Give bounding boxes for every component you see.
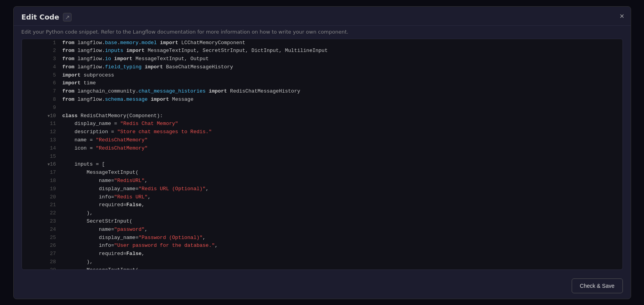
table-row: 5import subprocess (22, 71, 622, 80)
line-number: 18 (22, 177, 63, 185)
table-row: 15 (22, 153, 622, 161)
code-table: 1from langflow.base.memory.model import … (22, 39, 622, 269)
line-content: MessageTextInput( (62, 169, 622, 177)
table-row: 29 MessageTextInput( (22, 266, 622, 269)
table-row: 13 name = "RedisChatMemory" (22, 136, 622, 144)
line-content: from langflow.base.memory.model import L… (62, 39, 622, 47)
line-content: SecretStrInput( (62, 218, 622, 226)
line-content: display_name = "Redis Chat Memory" (62, 120, 622, 128)
table-row: 14 icon = "RedisChatMemory" (22, 144, 622, 153)
table-row: 18 name="RedisURL", (22, 177, 622, 185)
line-number: 20 (22, 193, 63, 202)
line-content (62, 153, 622, 161)
check-save-button[interactable]: Check & Save (572, 278, 623, 293)
line-content: name="password", (62, 226, 622, 234)
table-row: 25 display_name="Password (Optional)", (22, 234, 622, 242)
line-content: info="Redis URL", (62, 193, 622, 202)
table-row: 11 display_name = "Redis Chat Memory" (22, 120, 622, 128)
table-row: ▼16 inputs = [ (22, 161, 622, 169)
line-content: import time (62, 79, 622, 87)
line-number: 3 (22, 55, 63, 63)
modal-footer: Check & Save (14, 274, 631, 299)
modal-title: Edit Code (22, 13, 59, 21)
table-row: 24 name="password", (22, 226, 622, 234)
table-row: 23 SecretStrInput( (22, 218, 622, 226)
line-number: 6 (22, 79, 63, 87)
line-content: from langflow.field_typing import BaseCh… (62, 63, 622, 71)
line-number: 27 (22, 250, 63, 258)
line-content: required=False, (62, 201, 622, 209)
line-content (62, 104, 622, 112)
line-content: ), (62, 209, 622, 218)
table-row: 1from langflow.base.memory.model import … (22, 39, 622, 47)
modal-header: Edit Code ↗ × (14, 7, 631, 26)
line-content: class RedisChatMemory(Component): (62, 112, 622, 120)
line-number: 12 (22, 128, 63, 136)
code-editor[interactable]: 1from langflow.base.memory.model import … (22, 39, 623, 270)
table-row: 28 ), (22, 258, 622, 266)
line-number: 24 (22, 226, 63, 234)
line-content: import subprocess (62, 71, 622, 80)
table-row: ▼10class RedisChatMemory(Component): (22, 112, 622, 120)
table-row: 20 info="Redis URL", (22, 193, 622, 202)
table-row: 22 ), (22, 209, 622, 218)
table-row: 4from langflow.field_typing import BaseC… (22, 63, 622, 71)
line-number: ▼10 (22, 112, 63, 120)
line-content: inputs = [ (62, 161, 622, 169)
line-content: name="RedisURL", (62, 177, 622, 185)
line-content: from langflow.schema.message import Mess… (62, 96, 622, 104)
line-content: ), (62, 258, 622, 266)
line-number: 17 (22, 169, 63, 177)
line-content: from langchain_community.chat_message_hi… (62, 87, 622, 96)
line-number: 11 (22, 120, 63, 128)
modal-subtitle: Edit your Python code snippet. Refer to … (14, 26, 631, 39)
edit-code-modal: Edit Code ↗ × Edit your Python code snip… (13, 6, 631, 299)
line-content: icon = "RedisChatMemory" (62, 144, 622, 153)
line-content: MessageTextInput( (62, 266, 622, 269)
table-row: 27 required=False, (22, 250, 622, 258)
line-content: description = "Store chat messages to Re… (62, 128, 622, 136)
table-row: 19 display_name="Redis URL (Optional)", (22, 185, 622, 193)
table-row: 3from langflow.io import MessageTextInpu… (22, 55, 622, 63)
close-button[interactable]: × (620, 12, 624, 20)
line-number: 25 (22, 234, 63, 242)
line-number: ▼16 (22, 161, 63, 169)
line-content: required=False, (62, 250, 622, 258)
line-number: 4 (22, 63, 63, 71)
line-content: display_name="Password (Optional)", (62, 234, 622, 242)
line-number: 5 (22, 71, 63, 80)
line-content: from langflow.io import MessageTextInput… (62, 55, 622, 63)
line-number: 14 (22, 144, 63, 153)
line-number: 19 (22, 185, 63, 193)
line-content: name = "RedisChatMemory" (62, 136, 622, 144)
line-number: 13 (22, 136, 63, 144)
line-content: display_name="Redis URL (Optional)", (62, 185, 622, 193)
line-content: info="User password for the database.", (62, 242, 622, 250)
line-number: 29 (22, 266, 63, 269)
line-number: 7 (22, 87, 63, 96)
external-link-icon[interactable]: ↗ (63, 13, 72, 21)
table-row: 26 info="User password for the database.… (22, 242, 622, 250)
line-number: 9 (22, 104, 63, 112)
table-row: 6import time (22, 79, 622, 87)
line-number: 1 (22, 39, 63, 47)
table-row: 17 MessageTextInput( (22, 169, 622, 177)
table-row: 7from langchain_community.chat_message_h… (22, 87, 622, 96)
table-row: 2from langflow.inputs import MessageText… (22, 47, 622, 55)
table-row: 8from langflow.schema.message import Mes… (22, 96, 622, 104)
modal-overlay: Edit Code ↗ × Edit your Python code snip… (0, 0, 644, 305)
line-number: 23 (22, 218, 63, 226)
line-number: 26 (22, 242, 63, 250)
table-row: 12 description = "Store chat messages to… (22, 128, 622, 136)
line-number: 22 (22, 209, 63, 218)
line-number: 2 (22, 47, 63, 55)
line-number: 8 (22, 96, 63, 104)
line-content: from langflow.inputs import MessageTextI… (62, 47, 622, 55)
line-number: 28 (22, 258, 63, 266)
line-number: 21 (22, 201, 63, 209)
table-row: 21 required=False, (22, 201, 622, 209)
table-row: 9 (22, 104, 622, 112)
code-scroll-area[interactable]: 1from langflow.base.memory.model import … (22, 39, 622, 269)
line-number: 15 (22, 153, 63, 161)
